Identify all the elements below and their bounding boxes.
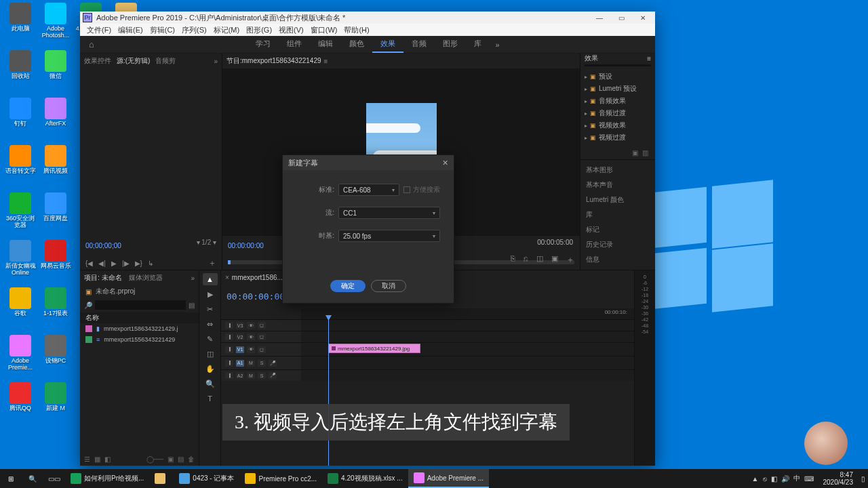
workspace-tab[interactable]: 颜色 — [341, 36, 372, 53]
menu-item[interactable]: 标记(M) — [211, 25, 243, 35]
tool-button[interactable]: ✎ — [203, 333, 218, 345]
tray-icon[interactable]: ◧ — [771, 475, 777, 483]
column-name[interactable]: 名称 — [85, 313, 99, 323]
tool-button[interactable]: ✋ — [203, 363, 218, 375]
effects-folder[interactable]: ▸▣预设 — [585, 70, 651, 83]
tray-icon[interactable]: 中 — [793, 474, 800, 483]
program-tab[interactable]: 节目:mmexport1586343221429 — [226, 56, 321, 66]
effects-folder[interactable]: ▸▣视频过渡 — [585, 131, 651, 144]
start-button[interactable]: ⊞ — [0, 469, 22, 488]
desktop-icon[interactable]: 腾讯QQ — [4, 382, 37, 426]
desktop-avatar-widget[interactable] — [804, 422, 848, 465]
title-bar[interactable]: Pr Adobe Premiere Pro 2019 - C:\用户\Admin… — [80, 12, 655, 24]
menu-item[interactable]: 编辑(E) — [115, 25, 146, 35]
project-tab[interactable]: 项目: 未命名 — [84, 273, 122, 283]
side-panel-tab[interactable]: 库 — [586, 207, 650, 222]
side-panel-tab[interactable]: 基本图形 — [586, 163, 650, 178]
timebase-select[interactable]: 25.00 fps▾ — [338, 230, 440, 242]
video-track[interactable]: ⏽V2👁◻ — [221, 331, 634, 342]
source-transport[interactable]: {◀◀| ▶ |▶▶} ↳ ＋ — [85, 258, 216, 269]
desktop-icon[interactable]: 微信 — [39, 50, 72, 94]
workspace-tab[interactable]: 库 — [466, 36, 490, 53]
close-tab-icon[interactable]: ≡ — [324, 58, 328, 65]
tray-icon[interactable]: ⌨ — [804, 475, 814, 483]
project-item[interactable]: ≡mmexport1556343221429 — [80, 334, 199, 345]
menu-item[interactable]: 剪辑(C) — [147, 25, 178, 35]
project-item[interactable]: ▮mmexport1586343221429.j — [80, 323, 199, 334]
side-panel-tab[interactable]: 信息 — [586, 252, 650, 267]
source-tabs[interactable]: 效果控件 源:(无剪辑) 音频剪 » — [80, 54, 222, 68]
desktop-icon[interactable]: Adobe Premie... — [4, 335, 37, 378]
clock[interactable]: 8:472020/4/23 — [818, 471, 859, 486]
icon-view-icon[interactable]: ▦ — [94, 455, 100, 463]
desktop-icon[interactable]: 语音转文字 — [4, 145, 37, 188]
desktop-icon[interactable]: 百度网盘 — [39, 192, 72, 236]
timeline-timecode[interactable]: 00:00:00:00 — [226, 291, 285, 302]
taskbar-app[interactable]: 如何利用Pr给视频... — [65, 469, 149, 488]
desktop-icon[interactable]: 设锦PC — [39, 335, 72, 378]
sequence-tab[interactable]: mmexport1586... — [232, 274, 283, 281]
export-frame-icon[interactable]: ◫ — [536, 254, 543, 266]
home-icon[interactable]: ⌂ — [84, 39, 99, 51]
panel-menu-icon[interactable]: ≡ — [647, 55, 651, 62]
search-button[interactable]: 🔍 — [22, 469, 43, 488]
tool-button[interactable]: ▲ — [203, 273, 218, 285]
lift-icon[interactable]: ⎘ — [511, 254, 515, 266]
desktop-icon[interactable]: 新建 M — [39, 382, 72, 426]
new-bin-icon[interactable]: ▣ — [632, 149, 638, 157]
desktop-icon[interactable]: 360安全浏览器 — [4, 192, 37, 236]
tray-icon[interactable]: 🔊 — [781, 475, 789, 483]
playhead[interactable] — [328, 319, 329, 466]
tray-icon[interactable]: ▲ — [752, 475, 759, 483]
taskbar-app[interactable]: 0423 - 记事本 — [174, 469, 239, 488]
desktop-icon[interactable]: 钉钉 — [4, 98, 37, 141]
media-browser-tab[interactable]: 媒体浏览器 — [129, 273, 163, 283]
desktop-icon[interactable]: AfterFX — [39, 98, 72, 141]
tool-button[interactable]: ⇔ — [203, 318, 218, 330]
show-desktop-button[interactable]: ▯ — [859, 469, 868, 488]
audio-track[interactable]: ⏽A1MS🎤 — [221, 356, 634, 369]
effects-folder[interactable]: ▸▣Lumetri 预设 — [585, 83, 651, 95]
workspace-tab[interactable]: 音频 — [403, 36, 435, 53]
freeform-view-icon[interactable]: ◧ — [104, 455, 111, 463]
timeline-ruler[interactable]: 00:00:10: — [301, 308, 634, 319]
new-item-icon[interactable]: ▤ — [178, 455, 184, 463]
menu-item[interactable]: 帮助(H) — [341, 25, 372, 35]
desktop-icon[interactable]: 网易云音乐 — [39, 240, 72, 283]
new-item-icon[interactable]: ▥ — [642, 149, 648, 157]
workspace-tab[interactable]: 编辑 — [310, 36, 341, 53]
taskbar-app[interactable] — [149, 469, 174, 488]
effects-folder[interactable]: ▸▣视频效果 — [585, 119, 651, 131]
desktop-icon[interactable]: 此电脑 — [4, 3, 37, 46]
desktop-icon[interactable]: Adobe Photosh... — [39, 3, 72, 46]
maximize-button[interactable]: ▭ — [612, 12, 631, 23]
filter-icon[interactable]: ▤ — [189, 302, 195, 309]
standard-select[interactable]: CEA-608▾ — [338, 184, 399, 196]
video-track[interactable]: ⏽V3👁◻ — [221, 319, 634, 331]
side-panel-tab[interactable]: 标记 — [586, 222, 650, 237]
task-view-button[interactable]: ▭▭ — [43, 469, 65, 488]
menu-item[interactable]: 图形(G) — [243, 25, 275, 35]
list-view-icon[interactable]: ☰ — [84, 455, 90, 463]
menu-item[interactable]: 窗口(W) — [308, 25, 340, 35]
trash-icon[interactable]: 🗑 — [188, 455, 195, 463]
taskbar-app[interactable]: Adobe Premiere ... — [408, 469, 489, 488]
project-search[interactable] — [95, 300, 186, 310]
desktop-icon[interactable]: 1-17报表 — [39, 287, 72, 331]
cancel-button[interactable]: 取消 — [371, 280, 406, 292]
taskbar-app[interactable]: 4.20视频脱稿.xlsx ... — [322, 469, 408, 488]
desktop-icon[interactable]: 新倩女幽魂 Online — [4, 240, 37, 283]
effects-search[interactable] — [585, 64, 651, 66]
video-track[interactable]: ⏽V1👁◻mmexport1586343221429.jpg — [221, 342, 634, 356]
taskbar-app[interactable]: Premiere Pro cc2... — [239, 469, 322, 488]
audio-track[interactable]: ⏽A2MS🎤 — [221, 369, 634, 381]
effects-folder[interactable]: ▸▣音频过渡 — [585, 107, 651, 119]
source-zoom[interactable]: ▾ 1/2 ▾ — [197, 239, 216, 246]
close-seq-icon[interactable]: × — [225, 274, 229, 281]
menu-item[interactable]: 文件(F) — [84, 25, 114, 35]
compare-icon[interactable]: ▣ — [551, 254, 558, 266]
new-bin-icon[interactable]: ▣ — [167, 455, 174, 463]
system-tray[interactable]: ▲⎋◧🔊中⌨ — [748, 474, 818, 483]
zoom-slider[interactable]: ◯── — [146, 455, 163, 463]
tool-button[interactable]: 🔍 — [203, 378, 218, 390]
